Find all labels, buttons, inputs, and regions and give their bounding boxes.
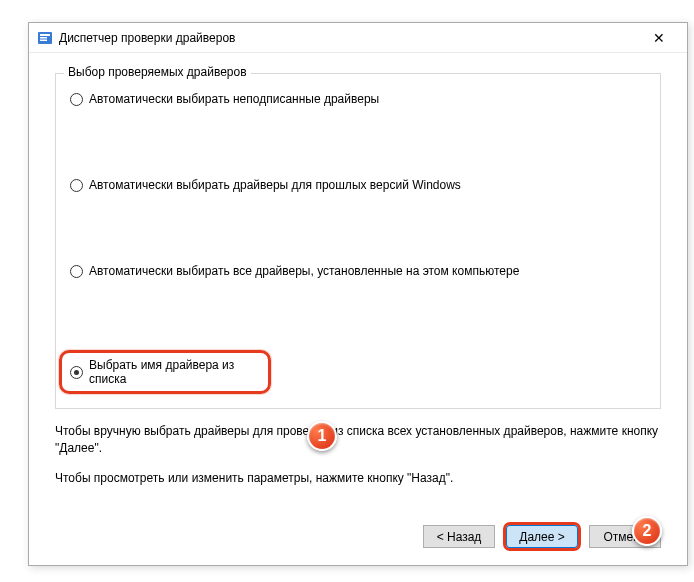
radio-label: Автоматически выбирать драйверы для прош…	[89, 178, 461, 192]
svg-rect-3	[40, 39, 47, 41]
radio-old-windows-drivers[interactable]: Автоматически выбирать драйверы для прош…	[70, 178, 646, 192]
radio-icon	[70, 366, 83, 379]
radio-icon	[70, 179, 83, 192]
radio-icon	[70, 265, 83, 278]
client-area: Выбор проверяемых драйверов Автоматическ…	[29, 53, 687, 565]
radio-label: Автоматически выбирать все драйверы, уст…	[89, 264, 519, 278]
help-line-2: Чтобы просмотреть или изменить параметры…	[55, 470, 661, 487]
radio-select-from-list[interactable]: Выбрать имя драйвера из списка	[59, 350, 271, 394]
radio-icon	[70, 93, 83, 106]
app-icon	[37, 30, 53, 46]
driver-selection-group: Выбор проверяемых драйверов Автоматическ…	[55, 73, 661, 409]
next-button[interactable]: Далее >	[503, 522, 581, 551]
radio-label: Выбрать имя драйвера из списка	[89, 358, 260, 386]
button-row: < Назад Далее > Отмена	[423, 522, 661, 551]
back-button[interactable]: < Назад	[423, 525, 495, 548]
help-line-1: Чтобы вручную выбрать драйверы для прове…	[55, 423, 661, 458]
close-icon: ✕	[653, 31, 665, 45]
window-title: Диспетчер проверки драйверов	[59, 31, 235, 45]
radio-unsigned-drivers[interactable]: Автоматически выбирать неподписанные дра…	[70, 92, 646, 106]
annotation-badge-1: 1	[307, 421, 337, 451]
close-button[interactable]: ✕	[639, 24, 679, 52]
titlebar: Диспетчер проверки драйверов ✕	[29, 23, 687, 53]
dialog-window: Диспетчер проверки драйверов ✕ Выбор про…	[28, 22, 688, 566]
radio-all-installed-drivers[interactable]: Автоматически выбирать все драйверы, уст…	[70, 264, 646, 278]
svg-rect-1	[40, 34, 50, 36]
title-left: Диспетчер проверки драйверов	[37, 30, 235, 46]
annotation-badge-2: 2	[632, 516, 662, 546]
group-legend: Выбор проверяемых драйверов	[64, 65, 251, 79]
radio-label: Автоматически выбирать неподписанные дра…	[89, 92, 379, 106]
help-text: Чтобы вручную выбрать драйверы для прове…	[55, 423, 661, 487]
svg-rect-2	[40, 37, 47, 39]
